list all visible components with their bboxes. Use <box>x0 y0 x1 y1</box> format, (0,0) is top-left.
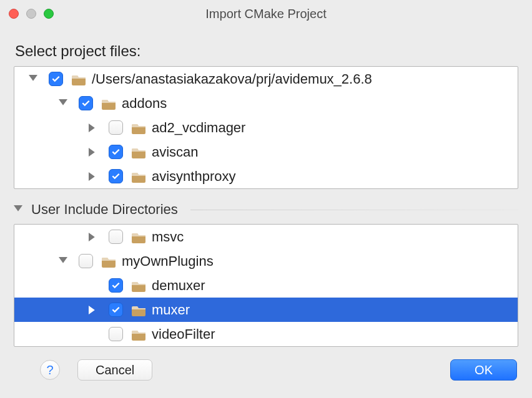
folder-icon <box>131 279 148 292</box>
user-include-header[interactable]: User Include Directories <box>14 201 518 218</box>
tree-item-label: addons <box>122 95 167 112</box>
folder-icon <box>131 146 148 158</box>
checkbox[interactable] <box>79 96 93 110</box>
tree-row[interactable]: myOwnPlugins <box>14 249 518 273</box>
divider <box>190 210 518 210</box>
tree-row[interactable]: videoFilter <box>14 322 518 346</box>
window-controls <box>9 9 54 19</box>
expander-icon[interactable] <box>86 145 101 160</box>
user-include-tree[interactable]: msvcmyOwnPluginsdemuxermuxervideoFilter <box>14 224 518 347</box>
tree-row[interactable]: addons <box>14 91 518 115</box>
tree-item-label: msvc <box>152 229 184 245</box>
checkbox[interactable] <box>109 230 123 244</box>
tree-item-label: avisynthproxy <box>152 168 236 185</box>
folder-icon <box>101 255 118 268</box>
folder-icon <box>131 170 148 183</box>
tree-row[interactable]: avisynthproxy <box>14 164 518 188</box>
tree-row[interactable]: ad2_vcdimager <box>14 115 518 140</box>
folder-icon <box>71 73 88 85</box>
folder-icon <box>131 328 148 341</box>
collapse-icon[interactable] <box>14 205 25 214</box>
tree-item-label: myOwnPlugins <box>122 253 214 269</box>
project-files-label: Select project files: <box>15 42 517 60</box>
project-files-tree[interactable]: /Users/anastasiakazakova/prj/avidemux_2.… <box>14 66 518 189</box>
expander-icon[interactable] <box>86 169 101 184</box>
expander-icon[interactable] <box>56 254 71 269</box>
checkbox[interactable] <box>109 327 123 341</box>
tree-item-label: aviscan <box>152 144 199 160</box>
tree-item-label: demuxer <box>152 278 205 294</box>
checkbox[interactable] <box>49 72 63 86</box>
tree-row[interactable]: /Users/anastasiakazakova/prj/avidemux_2.… <box>14 67 518 91</box>
maximize-window-button[interactable] <box>44 9 54 19</box>
tree-item-label: ad2_vcdimager <box>152 120 245 136</box>
expander-icon[interactable] <box>86 120 101 135</box>
expander-icon[interactable] <box>86 303 101 318</box>
expander-icon[interactable] <box>56 96 71 111</box>
checkbox[interactable] <box>109 145 123 159</box>
minimize-window-button[interactable] <box>26 9 36 19</box>
button-bar: ? Cancel OK <box>14 359 518 381</box>
help-button[interactable]: ? <box>40 360 60 380</box>
folder-icon <box>131 122 148 134</box>
tree-item-label: /Users/anastasiakazakova/prj/avidemux_2.… <box>92 71 372 87</box>
checkbox[interactable] <box>79 254 93 268</box>
window-title: Import CMake Project <box>0 7 532 21</box>
checkbox[interactable] <box>109 303 123 317</box>
checkbox[interactable] <box>109 120 123 135</box>
folder-icon <box>131 304 148 316</box>
folder-icon <box>131 231 148 243</box>
folder-icon <box>101 97 118 110</box>
expander-icon[interactable] <box>86 230 101 245</box>
tree-row[interactable]: aviscan <box>14 140 518 164</box>
user-include-label: User Include Directories <box>31 201 178 218</box>
tree-item-label: muxer <box>152 302 190 318</box>
checkbox[interactable] <box>109 278 123 293</box>
checkbox[interactable] <box>109 169 123 183</box>
tree-row[interactable]: muxer <box>14 298 518 322</box>
tree-row[interactable]: msvc <box>14 225 518 249</box>
expander-icon[interactable] <box>26 72 41 87</box>
tree-row[interactable]: demuxer <box>14 273 518 298</box>
ok-button[interactable]: OK <box>450 359 517 381</box>
close-window-button[interactable] <box>9 9 19 19</box>
tree-item-label: videoFilter <box>152 326 215 342</box>
cancel-button[interactable]: Cancel <box>77 359 152 381</box>
titlebar: Import CMake Project <box>0 0 532 27</box>
